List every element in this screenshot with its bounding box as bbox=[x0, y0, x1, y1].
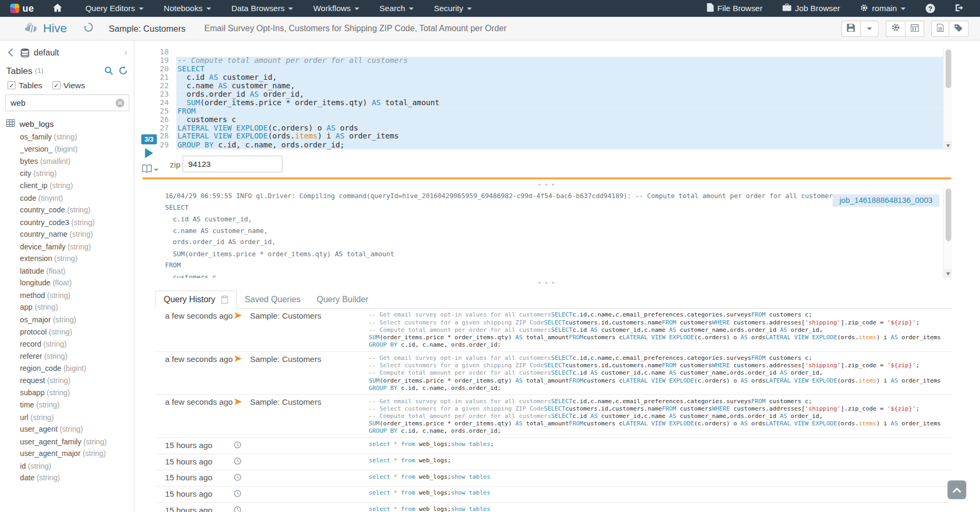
editor-line[interactable]: 28LATERAL VIEW EXPLODE(ords.items) i AS … bbox=[143, 133, 951, 141]
column-item-os-family[interactable]: os_family (string) bbox=[0, 131, 134, 143]
column-item-city[interactable]: city (string) bbox=[0, 167, 134, 180]
column-item-request[interactable]: request (string) bbox=[0, 375, 134, 387]
column-item-country-name[interactable]: country_name (string) bbox=[0, 229, 134, 241]
variable-input[interactable] bbox=[182, 155, 282, 172]
resize-handle[interactable] bbox=[143, 281, 951, 286]
code-editor[interactable]: 1819-- Compute total amount per order fo… bbox=[143, 48, 951, 150]
history-sql[interactable]: select * from web_logs;show tables; bbox=[369, 441, 952, 448]
history-row[interactable]: 15 hours agoselect * from web_logs; bbox=[155, 454, 952, 471]
job-link[interactable]: job_1461888648136_0003 bbox=[833, 194, 939, 207]
editor-line[interactable]: 23 ords.order_id AS order_id, bbox=[143, 90, 951, 99]
database-name[interactable]: default bbox=[34, 48, 59, 57]
tables-filter-checkbox[interactable]: Tables bbox=[7, 80, 42, 90]
history-sql[interactable]: select * from web_logs; bbox=[369, 457, 952, 464]
table-item-web-logs[interactable]: web_logs bbox=[0, 117, 134, 130]
views-filter-checkbox[interactable]: Views bbox=[52, 80, 85, 90]
nav-menu-query-editors[interactable]: Query Editors bbox=[75, 0, 153, 17]
column-item-latitude[interactable]: latitude (float) bbox=[0, 265, 134, 277]
schedule-button[interactable] bbox=[905, 20, 924, 36]
back-chevron-icon[interactable] bbox=[5, 48, 15, 57]
documentation-book-button[interactable] bbox=[142, 164, 159, 175]
history-row[interactable]: a few seconds agoSample: Customers-- Get… bbox=[155, 352, 952, 395]
editor-line[interactable]: 21 c.id AS customer_id, bbox=[143, 73, 951, 82]
file-browser-button[interactable]: File Browser bbox=[697, 0, 772, 17]
editor-line[interactable]: 26 customers c bbox=[143, 116, 951, 124]
table-search-input[interactable] bbox=[5, 95, 129, 111]
column-item-url[interactable]: url (string) bbox=[0, 412, 134, 424]
tab-saved-queries[interactable]: Saved Queries bbox=[237, 291, 309, 308]
column-item-user-agent-major[interactable]: user_agent_major (string) bbox=[0, 448, 134, 460]
column-item-date[interactable]: date (string) bbox=[0, 472, 134, 485]
history-row[interactable]: 15 hours agoselect * from web_logs;show … bbox=[155, 470, 952, 487]
scroll-down-arrow-icon[interactable] bbox=[944, 141, 951, 150]
scrollbar-thumb[interactable] bbox=[945, 49, 951, 88]
refresh-icon[interactable] bbox=[119, 66, 128, 75]
history-sql[interactable]: -- Get email survey opt-in values for al… bbox=[369, 311, 952, 349]
nav-menu-security[interactable]: Security bbox=[424, 0, 482, 17]
history-sql[interactable]: -- Get email survey opt-in values for al… bbox=[369, 397, 952, 435]
history-sql[interactable]: select * from web_logs;show tables bbox=[369, 473, 952, 480]
column-item-record[interactable]: record (string) bbox=[0, 338, 134, 350]
hue-logo[interactable]: ue bbox=[0, 3, 43, 14]
column-item-longitude[interactable]: longitude (float) bbox=[0, 277, 134, 290]
column-item--version-[interactable]: _version_ (bigint) bbox=[0, 143, 134, 155]
checkbox-checked-icon[interactable] bbox=[7, 81, 15, 89]
history-sql[interactable]: -- Get email survey opt-in values for al… bbox=[369, 354, 952, 392]
column-item-app[interactable]: app (string) bbox=[0, 302, 134, 314]
help-button[interactable]: ? bbox=[916, 0, 945, 17]
job-browser-button[interactable]: Job Browser bbox=[772, 0, 850, 17]
resize-handle[interactable] bbox=[143, 182, 951, 188]
log-scrollbar[interactable] bbox=[943, 188, 952, 278]
checkbox-checked-icon[interactable] bbox=[52, 81, 60, 89]
user-menu[interactable]: romain bbox=[850, 0, 916, 17]
column-item-extension[interactable]: extension (string) bbox=[0, 253, 134, 265]
save-options-button[interactable] bbox=[861, 20, 879, 36]
editor-line[interactable]: 24 SUM(order_items.price * order_items.q… bbox=[143, 99, 951, 107]
home-button[interactable] bbox=[43, 0, 71, 17]
editor-line[interactable]: 22 c.name AS customer_name, bbox=[143, 82, 951, 90]
tags-button[interactable] bbox=[949, 20, 969, 36]
editor-line[interactable]: 29GROUP BY c.id, c.name, ords.order_id; bbox=[143, 141, 951, 150]
execute-button[interactable] bbox=[145, 148, 153, 158]
column-item-method[interactable]: method (string) bbox=[0, 290, 134, 302]
history-row[interactable]: a few seconds agoSample: Customers-- Get… bbox=[155, 309, 952, 352]
column-item-referer[interactable]: referer (string) bbox=[0, 350, 134, 362]
column-item-region-code[interactable]: region_code (bigint) bbox=[0, 362, 134, 375]
column-item-os-major[interactable]: os_major (string) bbox=[0, 314, 134, 326]
scroll-to-top-button[interactable] bbox=[948, 480, 966, 499]
column-item-bytes[interactable]: bytes (smallint) bbox=[0, 155, 134, 167]
query-description[interactable]: Email Survey Opt-Ins, Customers for Ship… bbox=[205, 24, 507, 33]
editor-line[interactable]: 18 bbox=[143, 48, 951, 57]
save-button[interactable] bbox=[842, 20, 861, 36]
tab-query-builder[interactable]: Query Builder bbox=[309, 291, 376, 308]
session-settings-button[interactable] bbox=[885, 20, 905, 36]
editor-line[interactable]: 25FROM bbox=[143, 107, 951, 116]
tab-query-history[interactable]: Query History bbox=[155, 291, 236, 309]
query-title[interactable]: Sample: Customers bbox=[109, 23, 186, 33]
clear-search-icon[interactable]: ✕ bbox=[116, 99, 125, 108]
column-item-client-ip[interactable]: client_ip (string) bbox=[0, 180, 134, 192]
history-row[interactable]: 15 hours agoselect * from web_logs;show … bbox=[155, 503, 952, 512]
history-row[interactable]: 15 hours agoselect * from web_logs;show … bbox=[155, 438, 952, 454]
nav-menu-search[interactable]: Search bbox=[369, 0, 424, 17]
column-item-code[interactable]: code (tinyint) bbox=[0, 192, 134, 204]
history-sql[interactable]: select * from web_logs;show tables bbox=[369, 506, 952, 512]
column-item-user-agent-family[interactable]: user_agent_family (string) bbox=[0, 436, 134, 448]
editor-line[interactable]: 20SELECT bbox=[143, 65, 951, 73]
editor-line[interactable]: 27LATERAL VIEW EXPLODE(c.orders) o AS or… bbox=[143, 124, 951, 133]
hive-app-button[interactable]: Hive bbox=[24, 21, 67, 35]
query-history-toggle[interactable] bbox=[83, 22, 94, 35]
nav-menu-data-browsers[interactable]: Data Browsers bbox=[221, 0, 303, 17]
editor-line[interactable]: 19-- Compute total amount per order for … bbox=[143, 57, 951, 65]
column-item-protocol[interactable]: protocol (string) bbox=[0, 326, 134, 338]
nav-menu-workflows[interactable]: Workflows bbox=[303, 0, 369, 17]
column-item-country-code[interactable]: country_code (string) bbox=[0, 204, 134, 217]
search-icon[interactable] bbox=[104, 66, 113, 75]
column-item-device-family[interactable]: device_family (string) bbox=[0, 241, 134, 253]
column-item-time[interactable]: time (string) bbox=[0, 399, 134, 412]
logout-button[interactable] bbox=[945, 0, 974, 17]
new-document-button[interactable] bbox=[931, 20, 949, 36]
editor-scrollbar[interactable] bbox=[943, 48, 952, 150]
history-sql[interactable]: select * from web_logs;show tables bbox=[369, 489, 952, 497]
column-item-id[interactable]: id (string) bbox=[0, 460, 134, 472]
